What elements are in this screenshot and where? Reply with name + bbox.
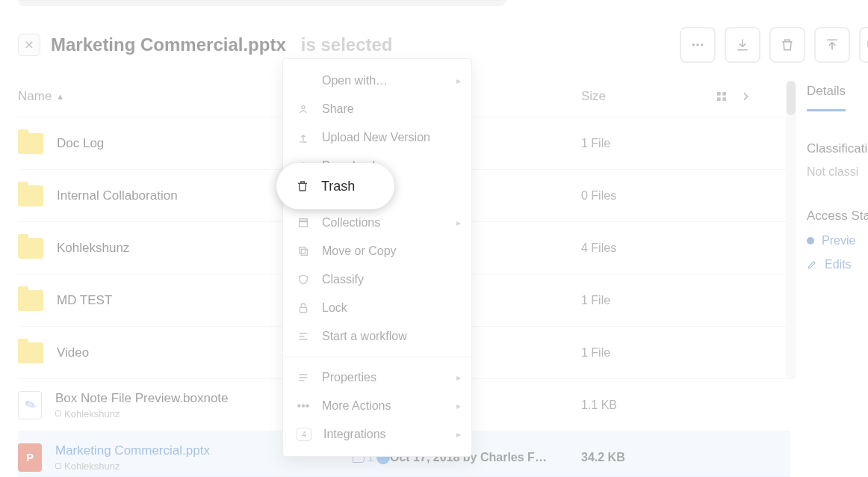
selected-file-name: Marketing Commercial.pptx bbox=[51, 34, 286, 55]
svg-rect-9 bbox=[300, 219, 308, 221]
ellipsis-icon: ••• bbox=[297, 399, 310, 413]
file-size: 34.2 KB bbox=[581, 451, 716, 464]
svg-point-2 bbox=[701, 43, 703, 46]
ellipsis-icon bbox=[690, 37, 705, 52]
selection-toolbar bbox=[680, 27, 868, 63]
folder-icon bbox=[18, 290, 43, 311]
classification-label: Classificati bbox=[807, 141, 868, 156]
menu-lock[interactable]: Lock bbox=[283, 294, 471, 322]
svg-rect-13 bbox=[300, 307, 306, 313]
grid-view-icon[interactable] bbox=[716, 90, 728, 102]
menu-classify[interactable]: Classify bbox=[283, 265, 471, 294]
collections-icon bbox=[297, 216, 310, 230]
svg-rect-7 bbox=[722, 97, 726, 101]
chevron-right-icon: ▸ bbox=[456, 218, 461, 228]
move-copy-button[interactable] bbox=[859, 27, 868, 63]
scrollbar[interactable] bbox=[786, 81, 796, 380]
menu-collections[interactable]: Collections▸ bbox=[283, 209, 471, 237]
file-size: 1 File bbox=[581, 137, 716, 150]
lock-icon bbox=[297, 301, 310, 315]
download-icon bbox=[735, 37, 750, 52]
file-name: Marketing Commercial.pptx bbox=[55, 443, 210, 458]
tab-details[interactable]: Details bbox=[807, 84, 846, 111]
svg-rect-12 bbox=[301, 249, 307, 255]
stat-edits[interactable]: Edits bbox=[807, 258, 868, 271]
chevron-right-icon: ▸ bbox=[456, 76, 461, 86]
move-icon bbox=[297, 244, 310, 258]
chevron-right-icon: ▸ bbox=[456, 429, 461, 440]
menu-move-or-copy[interactable]: Move or Copy bbox=[283, 237, 471, 265]
collection-icon bbox=[55, 410, 61, 416]
selected-suffix: is selected bbox=[301, 34, 393, 55]
file-name: Doc Log bbox=[57, 136, 104, 151]
search-bar[interactable] bbox=[18, 0, 506, 6]
svg-rect-4 bbox=[717, 92, 721, 96]
file-size: 1 File bbox=[581, 294, 716, 307]
folder-icon bbox=[18, 238, 43, 259]
menu-properties[interactable]: Properties▸ bbox=[283, 363, 471, 392]
trash-button[interactable] bbox=[769, 27, 805, 63]
upload-button[interactable] bbox=[814, 27, 850, 63]
chevron-right-icon: ▸ bbox=[456, 401, 461, 411]
svg-rect-6 bbox=[717, 97, 721, 101]
shield-icon bbox=[297, 273, 310, 286]
share-icon bbox=[297, 102, 310, 116]
file-size: 0 Files bbox=[581, 189, 716, 203]
close-icon bbox=[24, 40, 34, 50]
folder-icon bbox=[18, 185, 43, 206]
file-size: 1.1 KB bbox=[581, 398, 716, 412]
boxnote-icon bbox=[18, 391, 42, 419]
more-actions-button[interactable] bbox=[680, 27, 716, 63]
file-name: Kohlekshunz bbox=[57, 241, 129, 256]
file-name: Box Note File Preview.boxnote bbox=[55, 391, 229, 406]
svg-point-8 bbox=[302, 105, 305, 108]
pptx-icon: P bbox=[18, 443, 42, 472]
file-collection: Kohlekshunz bbox=[64, 408, 120, 419]
file-collection: Kohlekshunz bbox=[64, 461, 120, 472]
context-menu: Open with…▸ Share Upload New Version Dow… bbox=[282, 58, 472, 457]
pencil-icon bbox=[807, 259, 817, 270]
details-panel: Details Classificati Not classi Access S… bbox=[807, 84, 868, 477]
upload-icon bbox=[297, 131, 310, 144]
svg-rect-5 bbox=[722, 92, 726, 96]
file-size: 4 Files bbox=[581, 241, 716, 255]
menu-separator bbox=[283, 357, 471, 357]
classification-value: Not classi bbox=[807, 165, 868, 179]
sort-asc-icon: ▲ bbox=[56, 92, 64, 101]
folder-icon bbox=[18, 133, 43, 154]
trash-icon bbox=[296, 179, 309, 194]
deselect-button[interactable] bbox=[18, 34, 40, 56]
eye-icon bbox=[807, 237, 814, 244]
upload-icon bbox=[825, 37, 840, 52]
file-name: MD TEST bbox=[57, 293, 112, 308]
menu-more-actions[interactable]: ••• More Actions▸ bbox=[283, 392, 471, 420]
folder-icon bbox=[18, 342, 43, 363]
file-name: Video bbox=[57, 345, 89, 360]
integrations-count-badge: 4 bbox=[297, 428, 311, 441]
access-stats-label: Access Sta bbox=[807, 209, 868, 224]
file-size: 1 File bbox=[581, 346, 716, 360]
chevron-right-icon: ▸ bbox=[456, 372, 461, 383]
file-name: Internal Collaboration bbox=[57, 188, 178, 203]
properties-icon bbox=[297, 371, 310, 384]
highlight-trash-label: Trash bbox=[321, 179, 355, 194]
menu-share[interactable]: Share bbox=[283, 95, 471, 123]
menu-integrations[interactable]: 4 Integrations▸ bbox=[283, 420, 471, 449]
stat-preview[interactable]: Previe bbox=[807, 234, 868, 247]
download-button[interactable] bbox=[725, 27, 760, 63]
column-size-label[interactable]: Size bbox=[581, 89, 716, 104]
highlight-trash[interactable]: Trash bbox=[276, 163, 394, 209]
workflow-icon bbox=[297, 330, 310, 343]
scrollbar-thumb[interactable] bbox=[787, 81, 796, 115]
svg-rect-11 bbox=[300, 247, 306, 253]
chevron-right-icon[interactable] bbox=[740, 90, 751, 102]
svg-rect-10 bbox=[300, 222, 308, 227]
menu-start-workflow[interactable]: Start a workflow bbox=[283, 322, 471, 351]
collection-icon bbox=[55, 463, 61, 469]
trash-icon bbox=[780, 37, 795, 52]
menu-upload-new-version[interactable]: Upload New Version bbox=[283, 123, 471, 152]
menu-open-with[interactable]: Open with…▸ bbox=[283, 67, 471, 95]
svg-point-0 bbox=[692, 43, 695, 46]
svg-point-1 bbox=[696, 43, 698, 46]
open-icon bbox=[297, 74, 310, 87]
